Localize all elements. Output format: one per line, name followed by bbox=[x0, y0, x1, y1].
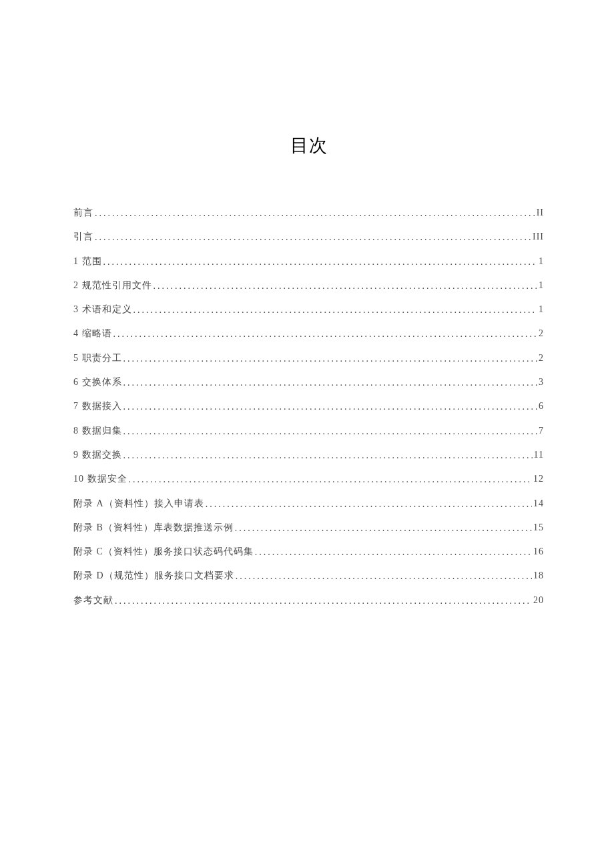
toc-leader-dots bbox=[129, 474, 533, 486]
toc-entry: 引言III bbox=[73, 232, 544, 243]
toc-entry-label: 8 数据归集 bbox=[73, 426, 122, 437]
toc-leader-dots bbox=[123, 378, 538, 389]
toc-leader-dots bbox=[115, 596, 532, 607]
toc-entry: 3 术语和定义1 bbox=[73, 304, 544, 316]
toc-leader-dots bbox=[113, 329, 538, 340]
toc-entry-page: II bbox=[537, 207, 544, 219]
toc-entry-page: 6 bbox=[539, 401, 544, 412]
toc-entry-label: 附录 A（资料性）接入申请表 bbox=[73, 498, 204, 510]
toc-entry-page: 20 bbox=[533, 595, 544, 606]
toc-entry: 附录 C（资料性）服务接口状态码代码集16 bbox=[73, 546, 544, 558]
toc-entry: 参考文献20 bbox=[73, 595, 544, 606]
toc-entry: 前言II bbox=[73, 207, 544, 219]
toc-leader-dots bbox=[255, 547, 532, 558]
toc-leader-dots bbox=[123, 426, 538, 438]
toc-entry-page: 1 bbox=[539, 256, 544, 268]
toc-entry-label: 6 交换体系 bbox=[73, 377, 122, 388]
toc-leader-dots bbox=[123, 450, 533, 462]
toc-leader-dots bbox=[123, 354, 538, 365]
toc-leader-dots bbox=[95, 208, 535, 220]
toc-entry: 1 范围1 bbox=[73, 256, 544, 268]
toc-leader-dots bbox=[133, 305, 538, 316]
toc-entry: 8 数据归集7 bbox=[73, 426, 544, 437]
toc-entry-label: 1 范围 bbox=[73, 256, 102, 268]
toc-entry-page: 2 bbox=[539, 328, 544, 340]
toc-entry-label: 7 数据接入 bbox=[73, 401, 122, 412]
toc-entry: 9 数据交换11 bbox=[73, 450, 544, 461]
toc-title: 目次 bbox=[73, 133, 544, 157]
toc-entry: 10 数据安全12 bbox=[73, 474, 544, 485]
toc-entry: 2 规范性引用文件1 bbox=[73, 280, 544, 292]
toc-entry: 附录 D（规范性）服务接口文档要求18 bbox=[73, 570, 544, 582]
toc-entry-label: 附录 C（资料性）服务接口状态码代码集 bbox=[73, 546, 254, 558]
toc-leader-dots bbox=[95, 232, 531, 244]
toc-entry-page: 3 bbox=[539, 377, 544, 388]
toc-entry: 5 职责分工2 bbox=[73, 353, 544, 364]
table-of-contents: 前言II引言III1 范围12 规范性引用文件13 术语和定义14 缩略语25 … bbox=[73, 207, 544, 606]
toc-entry-label: 参考文献 bbox=[73, 595, 113, 606]
toc-entry-page: 2 bbox=[539, 353, 544, 364]
toc-entry: 4 缩略语2 bbox=[73, 328, 544, 340]
toc-entry-label: 4 缩略语 bbox=[73, 328, 112, 340]
toc-entry-label: 附录 D（规范性）服务接口文档要求 bbox=[73, 570, 234, 582]
toc-entry-page: 1 bbox=[539, 280, 544, 292]
toc-entry-page: 16 bbox=[533, 546, 544, 558]
toc-entry-label: 10 数据安全 bbox=[73, 474, 127, 485]
toc-entry-label: 3 术语和定义 bbox=[73, 304, 132, 316]
toc-leader-dots bbox=[123, 402, 538, 413]
toc-entry: 6 交换体系3 bbox=[73, 377, 544, 388]
toc-entry-page: 15 bbox=[533, 522, 544, 534]
toc-entry-page: 12 bbox=[533, 474, 544, 485]
toc-entry-label: 前言 bbox=[73, 207, 93, 219]
toc-leader-dots bbox=[154, 281, 538, 292]
toc-entry-label: 引言 bbox=[73, 232, 93, 243]
toc-entry-label: 9 数据交换 bbox=[73, 450, 122, 461]
toc-leader-dots bbox=[235, 523, 532, 534]
toc-leader-dots bbox=[236, 571, 532, 582]
toc-entry-page: 18 bbox=[533, 570, 544, 582]
toc-entry-label: 附录 B（资料性）库表数据推送示例 bbox=[73, 522, 234, 534]
toc-leader-dots bbox=[206, 499, 532, 510]
toc-entry-page: 14 bbox=[533, 498, 544, 510]
toc-entry: 附录 A（资料性）接入申请表14 bbox=[73, 498, 544, 510]
toc-entry-page: 7 bbox=[539, 426, 544, 437]
toc-entry-label: 2 规范性引用文件 bbox=[73, 280, 152, 292]
toc-entry: 附录 B（资料性）库表数据推送示例15 bbox=[73, 522, 544, 534]
toc-leader-dots bbox=[103, 257, 538, 268]
toc-entry-page: III bbox=[533, 232, 544, 243]
toc-entry-page: 11 bbox=[534, 450, 544, 461]
toc-entry-page: 1 bbox=[539, 304, 544, 316]
toc-entry: 7 数据接入6 bbox=[73, 401, 544, 412]
document-page: 目次 前言II引言III1 范围12 规范性引用文件13 术语和定义14 缩略语… bbox=[0, 0, 614, 606]
toc-entry-label: 5 职责分工 bbox=[73, 353, 122, 364]
